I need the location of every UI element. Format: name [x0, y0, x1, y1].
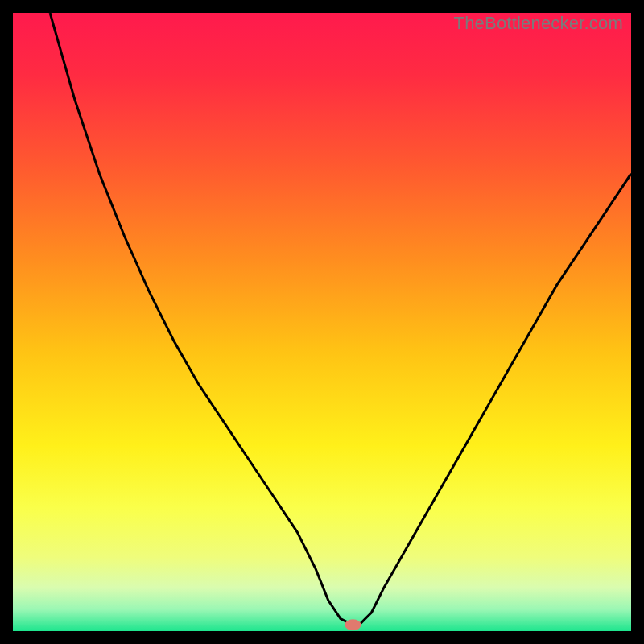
gradient-background: [13, 13, 631, 631]
chart-svg: [13, 13, 631, 631]
optimal-point-marker: [345, 619, 361, 630]
watermark-text: TheBottlenecker.com: [454, 13, 623, 34]
chart-frame: TheBottlenecker.com: [13, 13, 631, 631]
